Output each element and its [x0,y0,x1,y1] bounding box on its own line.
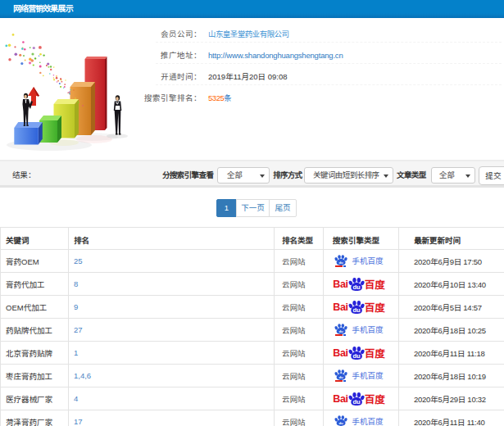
svg-text:du: du [352,352,361,360]
svg-text:du: du [339,421,344,425]
svg-text:du: du [339,375,344,379]
svg-text:du: du [339,261,344,265]
svg-text:du: du [352,283,361,291]
svg-text:du: du [352,398,361,406]
svg-text:du: du [339,329,344,333]
svg-text:du: du [352,306,361,314]
